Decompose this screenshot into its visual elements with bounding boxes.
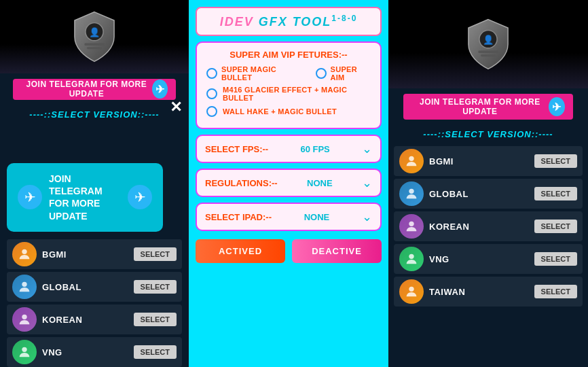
select-btn-global[interactable]: SELECT xyxy=(134,280,177,294)
svg-rect-3 xyxy=(87,47,102,49)
action-row: ACTIVED DEACTIVE xyxy=(196,239,382,263)
actived-button[interactable]: ACTIVED xyxy=(196,239,285,263)
left-game-row-korean: KOREAN SELECT xyxy=(7,304,182,334)
feature-magic-bullet: SUPER MAGIC BULLET xyxy=(206,65,305,82)
radio-glacier[interactable] xyxy=(206,88,217,99)
left-game-list: BGMI SELECT GLOBAL SELECT KOREAN SELECT … xyxy=(0,239,189,367)
feature-super-aim-label: SUPER AIM xyxy=(331,65,371,82)
game-thumb-vng xyxy=(12,340,37,364)
fps-label: SELECT FPS:-- xyxy=(205,144,268,154)
left-telegram-button[interactable]: JOIN TELEGRAM FOR MORE UPDATE ✈ xyxy=(13,79,176,100)
svg-point-16 xyxy=(409,287,414,292)
game-thumb-bgmi xyxy=(12,242,37,266)
svg-rect-11 xyxy=(481,54,496,56)
left-game-row-global: GLOBAL SELECT xyxy=(7,272,182,302)
svg-point-14 xyxy=(409,222,414,226)
popup-tg-right-icon: ✈ xyxy=(128,185,152,209)
game-name-vng: VNG xyxy=(42,347,128,357)
svg-point-12 xyxy=(409,156,414,161)
game-name-korean: KOREAN xyxy=(42,315,128,325)
game-thumb-korean xyxy=(12,307,37,332)
ipad-arrow-icon: ⌄ xyxy=(362,209,372,224)
left-select-version: ----::SELECT VERSION::---- xyxy=(29,109,159,120)
svg-point-13 xyxy=(409,189,414,194)
ipad-label: SELECT IPAD:-- xyxy=(205,212,272,222)
right-select-btn-korean[interactable]: SELECT xyxy=(534,220,577,233)
left-telegram-popup[interactable]: ✈ JOIN TELEGRAM FOR MORE UPDATE ✈ xyxy=(7,163,163,232)
radio-magic-bullet[interactable] xyxy=(206,68,217,79)
select-btn-vng[interactable]: SELECT xyxy=(134,345,177,359)
shield-icon-right: 👤 xyxy=(461,17,515,71)
right-telegram-label: JOIN TELEGRAM FOR MORE UPDATE xyxy=(411,97,549,116)
tool-title-version: 1-8-0 xyxy=(331,14,357,23)
right-select-btn-vng[interactable]: SELECT xyxy=(534,252,577,266)
radio-super-aim[interactable] xyxy=(316,68,327,79)
svg-point-7 xyxy=(22,347,26,352)
right-game-list: BGMI SELECT GLOBAL SELECT KOREAN SELECT … xyxy=(388,146,588,307)
right-panel: 👤 JOIN TELEGRAM FOR MORE UPDATE ✈ ----::… xyxy=(387,0,588,367)
svg-rect-2 xyxy=(84,43,104,46)
right-game-name-vng: VNG xyxy=(429,254,529,264)
feature-row-2: M416 GLACIER EFFECT + MAGIC BULLET xyxy=(206,86,371,102)
center-panel: IDEV GFX TOOL1-8-0 SUPER AIM VIP FETURES… xyxy=(190,0,387,367)
feature-glacier-label: M416 GLACIER EFFECT + MAGIC BULLET xyxy=(223,86,371,102)
popup-tg-left-icon: ✈ xyxy=(18,185,42,209)
right-game-row-global: GLOBAL SELECT xyxy=(394,179,583,209)
regulations-value: NONE xyxy=(307,178,333,188)
fps-arrow-icon: ⌄ xyxy=(362,141,372,156)
regulations-label: REGULATIONS:-- xyxy=(205,178,278,188)
tool-title: IDEV GFX TOOL1-8-0 xyxy=(220,15,358,29)
close-button[interactable]: ✕ xyxy=(170,99,182,116)
right-select-btn-global[interactable]: SELECT xyxy=(534,187,577,200)
right-game-thumb-taiwan xyxy=(399,279,424,304)
feature-magic-bullet-label: SUPER MAGIC BULLET xyxy=(221,65,305,82)
feature-super-aim: SUPER AIM xyxy=(316,65,371,82)
left-game-row-bgmi: BGMI SELECT xyxy=(7,239,182,269)
popup-telegram-text: JOIN TELEGRAM FOR MORE UPDATE xyxy=(49,173,121,222)
svg-point-15 xyxy=(409,254,414,259)
right-game-row-korean: KOREAN SELECT xyxy=(394,211,583,241)
right-select-version: ----::SELECT VERSION::---- xyxy=(423,129,553,139)
svg-rect-10 xyxy=(478,50,498,53)
features-card: SUPER AIM VIP FETURES:-- SUPER MAGIC BUL… xyxy=(196,41,382,129)
features-title: SUPER AIM VIP FETURES:-- xyxy=(206,50,371,60)
right-game-thumb-global xyxy=(399,181,424,206)
right-game-row-taiwan: TAIWAN SELECT xyxy=(394,277,583,307)
left-telegram-label: JOIN TELEGRAM FOR MORE UPDATE xyxy=(21,80,152,99)
left-game-row-vng: VNG SELECT xyxy=(7,337,182,367)
fps-dropdown[interactable]: SELECT FPS:-- 60 FPS ⌄ xyxy=(196,135,382,163)
right-top-banner: 👤 xyxy=(388,0,588,88)
right-telegram-button[interactable]: JOIN TELEGRAM FOR MORE UPDATE ✈ xyxy=(403,94,573,120)
right-game-thumb-korean xyxy=(399,214,424,239)
fps-value: 60 FPS xyxy=(300,144,329,154)
right-game-row-vng: VNG SELECT xyxy=(394,244,583,274)
left-panel: 👤 JOIN TELEGRAM FOR MORE UPDATE ✈ ----::… xyxy=(0,0,190,367)
ipad-dropdown[interactable]: SELECT IPAD:-- NONE ⌄ xyxy=(196,203,382,231)
regulations-dropdown[interactable]: REGULATIONS:-- NONE ⌄ xyxy=(196,169,382,197)
right-game-name-taiwan: TAIWAN xyxy=(429,287,529,297)
right-select-btn-taiwan[interactable]: SELECT xyxy=(534,285,577,298)
feature-row-1: SUPER MAGIC BULLET SUPER AIM xyxy=(206,65,371,82)
game-name-global: GLOBAL xyxy=(42,282,128,292)
regulations-arrow-icon: ⌄ xyxy=(362,175,372,190)
svg-point-5 xyxy=(22,282,26,287)
right-game-name-bgmi: BGMI xyxy=(429,156,529,167)
svg-text:👤: 👤 xyxy=(89,27,100,38)
game-name-bgmi: BGMI xyxy=(42,249,128,260)
right-game-name-korean: KOREAN xyxy=(429,222,529,232)
shield-icon-left: 👤 xyxy=(67,10,122,64)
svg-point-4 xyxy=(22,249,26,254)
left-telegram-icon: ✈ xyxy=(152,80,168,99)
right-game-thumb-bgmi xyxy=(399,149,424,173)
right-game-thumb-vng xyxy=(399,247,424,271)
svg-text:👤: 👤 xyxy=(483,34,494,46)
right-game-name-global: GLOBAL xyxy=(429,189,529,199)
feature-row-3: WALL HAKE + MAGIC BULLET xyxy=(206,106,371,117)
select-btn-bgmi[interactable]: SELECT xyxy=(134,247,177,261)
deactive-button[interactable]: DEACTIVE xyxy=(292,239,382,263)
right-select-btn-bgmi[interactable]: SELECT xyxy=(534,154,577,168)
radio-wall-hake[interactable] xyxy=(206,106,217,117)
tool-title-gfx: GFX TOOL xyxy=(254,15,332,29)
tool-title-idev: IDEV xyxy=(220,15,254,29)
select-btn-korean[interactable]: SELECT xyxy=(134,313,177,326)
